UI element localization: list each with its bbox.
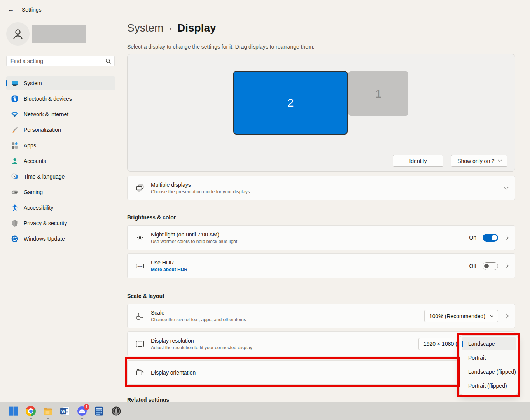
chevron-right-icon[interactable] xyxy=(504,313,509,318)
section-brightness-color: Brightness & color xyxy=(127,214,176,220)
avatar[interactable] xyxy=(6,22,30,46)
option-label: Portrait (flipped) xyxy=(468,383,507,389)
row-subtitle: Use warmer colors to help block blue lig… xyxy=(151,239,237,244)
scale-icon xyxy=(135,312,145,321)
sidebar-item-label: Network & internet xyxy=(24,111,68,117)
toggle-knob xyxy=(492,235,497,240)
night-light-row[interactable]: Night light (on until 7:00 AM) Use warme… xyxy=(127,225,515,250)
show-only-dropdown[interactable]: Show only on 2 xyxy=(451,155,507,167)
row-subtitle: Change the size of text, apps, and other… xyxy=(151,317,246,322)
taskbar-discord[interactable]: 1 xyxy=(77,406,87,416)
sidebar-item-time-language[interactable]: Time & language xyxy=(6,170,115,184)
taskbar: W 1 xyxy=(0,402,530,420)
multiple-displays-row[interactable]: Multiple displays Choose the presentatio… xyxy=(127,176,515,200)
hdr-icon: HDR xyxy=(135,261,145,271)
orientation-option-landscape-flipped[interactable]: Landscape (flipped) xyxy=(462,365,516,378)
use-hdr-row[interactable]: HDR Use HDR More about HDR Off xyxy=(127,253,515,278)
sidebar-item-label: Gaming xyxy=(24,189,43,195)
monitor-2[interactable]: 2 xyxy=(233,71,348,135)
chevron-down-icon[interactable] xyxy=(504,185,509,190)
settings-window: ← Settings System xyxy=(0,0,530,420)
option-label: Landscape (flipped) xyxy=(468,369,516,375)
option-label: Portrait xyxy=(468,355,486,361)
person-icon xyxy=(11,27,24,40)
svg-text:W: W xyxy=(61,409,65,413)
sidebar-item-windows-update[interactable]: Windows Update xyxy=(6,232,115,246)
clock-globe-icon xyxy=(11,173,19,180)
row-title: Multiple displays xyxy=(151,182,250,188)
more-about-hdr-link[interactable]: More about HDR xyxy=(151,267,187,272)
resolution-value: 1920 × 1080 ( xyxy=(423,341,457,347)
row-title: Night light (on until 7:00 AM) xyxy=(151,231,237,238)
sidebar-item-apps[interactable]: Apps xyxy=(6,138,115,152)
breadcrumb-separator: › xyxy=(169,24,171,33)
row-title: Display resolution xyxy=(151,338,252,344)
sidebar-item-privacy-security[interactable]: Privacy & security xyxy=(6,216,115,230)
night-light-toggle[interactable] xyxy=(483,234,498,242)
display-orientation-row[interactable]: Display orientation xyxy=(127,360,457,385)
orientation-dropdown-menu: Landscape Portrait Landscape (flipped) P… xyxy=(460,335,518,395)
selected-indicator xyxy=(462,341,463,347)
orientation-option-landscape[interactable]: Landscape xyxy=(462,337,516,350)
sidebar-item-label: Windows Update xyxy=(24,236,65,242)
scale-dropdown[interactable]: 100% (Recommended) xyxy=(424,310,498,322)
world-of-tanks-icon xyxy=(111,406,121,416)
sidebar-item-label: Apps xyxy=(24,142,36,149)
sidebar-item-accessibility[interactable]: Accessibility xyxy=(6,201,115,215)
notification-badge: 1 xyxy=(84,404,89,410)
display-arrangement-panel: 2 1 Identify Show only on 2 xyxy=(127,54,515,172)
display-resolution-row[interactable]: Display resolution Adjust the resolution… xyxy=(127,331,515,356)
sidebar-item-system[interactable]: System xyxy=(6,76,115,90)
night-light-icon xyxy=(135,233,145,242)
row-title: Display orientation xyxy=(151,369,196,376)
taskbar-calculator[interactable] xyxy=(94,406,104,416)
taskbar-word[interactable]: W xyxy=(60,406,70,416)
taskbar-world-of-tanks[interactable] xyxy=(111,406,121,416)
chevron-right-icon[interactable] xyxy=(504,263,509,268)
sidebar-item-label: Bluetooth & devices xyxy=(24,96,72,102)
taskbar-chrome[interactable] xyxy=(26,406,36,416)
option-label: Landscape xyxy=(468,341,495,347)
sidebar-item-gaming[interactable]: Gaming xyxy=(6,185,115,199)
taskbar-file-explorer[interactable] xyxy=(43,406,53,416)
search-icon xyxy=(105,58,111,64)
chevron-down-icon xyxy=(498,158,502,162)
row-title: Use HDR xyxy=(151,259,187,266)
hdr-state: Off xyxy=(469,263,476,269)
sidebar-item-personalization[interactable]: Personalization xyxy=(6,123,115,137)
breadcrumb-system[interactable]: System xyxy=(127,22,163,34)
windows-logo-icon xyxy=(9,406,19,416)
chevron-right-icon[interactable] xyxy=(504,235,509,240)
folder-icon xyxy=(43,406,53,416)
sidebar-item-network-internet[interactable]: Network & internet xyxy=(6,107,115,121)
identify-label: Identify xyxy=(409,158,427,164)
running-indicator xyxy=(30,418,32,419)
display-resolution-icon xyxy=(135,339,145,348)
wifi-icon xyxy=(11,110,19,118)
sidebar-item-accounts[interactable]: Accounts xyxy=(6,154,115,168)
orientation-option-portrait-flipped[interactable]: Portrait (flipped) xyxy=(462,379,516,392)
scale-row[interactable]: Scale Change the size of text, apps, and… xyxy=(127,304,515,328)
multiple-displays-icon xyxy=(135,183,145,192)
start-button[interactable] xyxy=(9,406,19,416)
gamepad-icon xyxy=(11,188,19,196)
monitor-1[interactable]: 1 xyxy=(348,71,408,116)
word-icon: W xyxy=(60,406,70,416)
page-subtitle: Select a display to change the settings … xyxy=(127,44,315,50)
accounts-icon xyxy=(11,157,19,165)
hdr-toggle[interactable] xyxy=(483,262,498,270)
sidebar-item-label: Accessibility xyxy=(24,205,53,211)
display-orientation-icon xyxy=(135,368,145,377)
search-box[interactable] xyxy=(6,56,115,66)
paintbrush-icon xyxy=(11,126,19,134)
sidebar-item-bluetooth-devices[interactable]: Bluetooth & devices xyxy=(6,92,115,106)
sidebar-item-label: Personalization xyxy=(24,127,61,133)
accessibility-icon xyxy=(11,204,19,212)
chevron-down-icon xyxy=(490,313,494,317)
breadcrumb: System › Display xyxy=(127,22,216,34)
back-icon[interactable]: ← xyxy=(5,5,16,15)
identify-button[interactable]: Identify xyxy=(393,155,443,167)
search-input[interactable] xyxy=(7,58,105,64)
orientation-option-portrait[interactable]: Portrait xyxy=(462,351,516,364)
sidebar-item-label: System xyxy=(24,80,42,86)
